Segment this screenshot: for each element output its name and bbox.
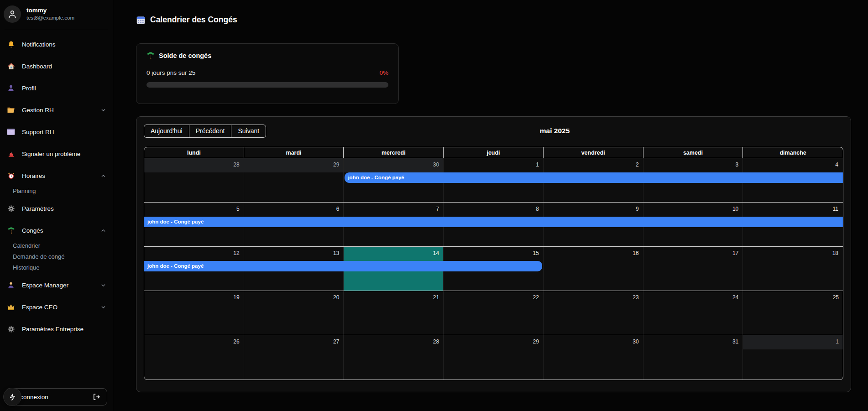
calendar-week-row: 12131415161718john doe - Congé payé (144, 247, 843, 291)
calendar-event[interactable]: john doe - Congé payé (144, 261, 542, 271)
calendar-week-row: 2627282930311 (144, 335, 843, 380)
calendar-week-row: 2829301234john doe - Congé payé (144, 158, 843, 203)
day-number: 26 (144, 335, 244, 349)
sidebar-item-conges[interactable]: Congés (6, 224, 106, 237)
day-number: 19 (144, 291, 244, 305)
day-number: 28 (144, 158, 244, 172)
crown-icon (6, 302, 16, 312)
day-number: 6 (244, 203, 344, 217)
day-header-mercredi: mercredi (344, 147, 444, 158)
day-number: 1 (743, 335, 843, 349)
sidebar-item-profil[interactable]: Profil (6, 81, 106, 95)
day-header-vendredi: vendredi (544, 147, 643, 158)
sidebar-item-label: Signaler un problème (22, 151, 80, 157)
sidebar-item-support-rh[interactable]: Support RH (6, 125, 106, 139)
sidebar-item-espace-manager[interactable]: Espace Manager (6, 278, 106, 292)
day-number: 17 (643, 247, 743, 261)
alarm-clock-icon (6, 171, 16, 180)
folder-icon (6, 105, 16, 114)
page-title: Calendrier des Congés (136, 15, 237, 25)
calendar-nav-buttons: Aujourd'hui Précédent Suivant (144, 125, 266, 138)
prev-button[interactable]: Précédent (189, 125, 232, 138)
day-cell[interactable]: 19 (144, 291, 244, 335)
sidebar-item-label: Gestion RH (22, 107, 54, 114)
day-number: 29 (444, 335, 543, 349)
day-cell[interactable]: 25 (743, 291, 843, 335)
next-button[interactable]: Suivant (231, 125, 266, 138)
day-cell[interactable]: 28 (344, 335, 444, 380)
sidebar-item-parametres[interactable]: Paramètres (6, 202, 106, 215)
chevron-up-icon (100, 228, 106, 234)
day-number: 10 (643, 203, 743, 217)
leave-progress-bar (146, 82, 388, 88)
day-cell[interactable]: 18 (743, 247, 843, 291)
day-cell[interactable]: 27 (244, 335, 344, 380)
day-number: 2 (544, 158, 643, 172)
day-number: 5 (144, 203, 244, 217)
sidebar-subitem-calendrier[interactable]: Calendrier (6, 240, 106, 251)
day-number: 31 (643, 335, 743, 349)
day-cell[interactable]: 1 (743, 335, 843, 380)
palm-tree-icon (146, 52, 155, 60)
gear-icon (6, 324, 16, 333)
person-icon (6, 83, 16, 93)
day-cell[interactable]: 16 (544, 247, 643, 291)
day-cell[interactable]: 29 (444, 335, 544, 380)
calendar-toolbar: Aujourd'hui Précédent Suivant mai 2025 (144, 123, 843, 139)
person-outline-icon (7, 9, 17, 19)
day-cell[interactable]: 30 (544, 335, 643, 380)
sidebar-item-label: Dashboard (22, 63, 52, 70)
sidebar-item-espace-ceo[interactable]: Espace CEO (6, 300, 106, 314)
day-cell[interactable]: 23 (544, 291, 643, 335)
sidebar-item-parametres-entreprise[interactable]: Paramètres Entreprise (6, 322, 106, 336)
day-cell[interactable]: 24 (643, 291, 743, 335)
day-cell[interactable]: 20 (244, 291, 344, 335)
day-number: 23 (544, 291, 643, 305)
sidebar-sublist-conges: CalendrierDemande de congéHistorique (6, 240, 106, 273)
day-number: 7 (344, 203, 443, 217)
day-number: 25 (743, 291, 843, 305)
calendar-event[interactable]: john doe - Congé payé (345, 172, 843, 183)
calendar-day-headers: lundimardimercredijeudivendredisamedidim… (144, 147, 843, 158)
day-number: 29 (244, 158, 344, 172)
user-profile[interactable]: tommy test8@example.com (0, 0, 113, 29)
day-cell[interactable]: 17 (643, 247, 743, 291)
day-cell[interactable]: 26 (144, 335, 244, 380)
user-email: test8@example.com (26, 15, 74, 21)
day-cell[interactable]: 29 (244, 158, 344, 202)
sidebar-item-horaires[interactable]: Horaires (6, 169, 106, 182)
balance-card-title-text: Solde de congés (159, 52, 211, 59)
balance-summary: 0 jours pris sur 25 (146, 69, 195, 76)
chevron-up-icon (100, 173, 106, 179)
page-title-text: Calendrier des Congés (150, 15, 237, 25)
sidebar-item-label: Paramètres (22, 205, 54, 212)
day-number: 18 (743, 247, 842, 261)
calendar-icon (136, 15, 146, 25)
sidebar-subitem-historique[interactable]: Historique (6, 262, 106, 273)
day-header-mardi: mardi (244, 147, 344, 158)
sidebar-item-label: Notifications (22, 41, 56, 48)
today-button[interactable]: Aujourd'hui (144, 125, 189, 138)
sidebar-item-notifications[interactable]: Notifications (6, 37, 106, 51)
chevron-down-icon (100, 282, 106, 288)
day-number: 13 (244, 247, 344, 261)
chevron-down-icon (100, 107, 106, 113)
day-header-jeudi: jeudi (444, 147, 544, 158)
day-cell[interactable]: 28 (144, 158, 244, 202)
dev-tools-button[interactable] (3, 388, 21, 406)
sidebar-item-gestion-rh[interactable]: Gestion RH (6, 103, 106, 117)
day-cell[interactable]: 31 (643, 335, 743, 380)
sidebar-subitem-demande-de-conge[interactable]: Demande de congé (6, 251, 106, 262)
day-cell[interactable]: 21 (344, 291, 444, 335)
calendar-event[interactable]: john doe - Congé payé (144, 217, 843, 227)
sidebar-nav: NotificationsDashboardProfilGestion RHSu… (0, 29, 113, 388)
day-number: 9 (544, 203, 643, 217)
manager-icon (6, 281, 16, 290)
day-cell[interactable]: 22 (444, 291, 544, 335)
sidebar-subitem-planning[interactable]: Planning (6, 185, 106, 196)
sidebar-item-dashboard[interactable]: Dashboard (6, 59, 106, 73)
day-number: 30 (344, 158, 443, 172)
gear-icon (6, 204, 16, 213)
lightning-bolt-icon (9, 393, 16, 401)
sidebar-item-signaler-un-probleme[interactable]: Signaler un problème (6, 147, 106, 161)
